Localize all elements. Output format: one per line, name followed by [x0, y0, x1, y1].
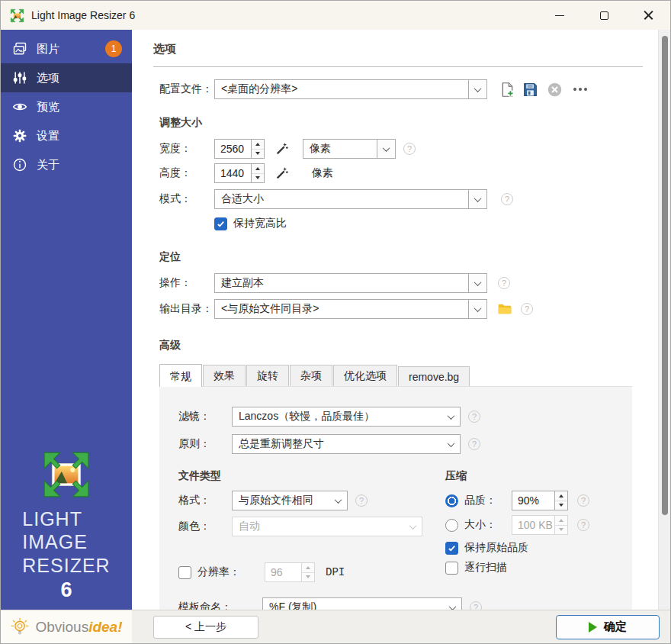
sidebar-item-about[interactable]: 关于 [1, 150, 132, 179]
profile-row: 配置文件： <桌面的分辨率> [159, 79, 643, 99]
width-help-icon[interactable]: ? [403, 143, 416, 155]
output-dir-help-icon[interactable]: ? [521, 303, 533, 315]
chevron-down-icon [403, 517, 422, 536]
width-wand-button[interactable] [273, 140, 291, 158]
profile-label: 配置文件： [159, 82, 214, 96]
sidebar-item-settings[interactable]: 设置 [1, 121, 132, 150]
ok-button[interactable]: 确定 [556, 615, 660, 639]
mode-combobox[interactable]: 合适大小 [214, 189, 487, 209]
format-row: 格式： 与原始文件相同 ? [178, 491, 445, 510]
minimize-button[interactable] [538, 1, 582, 30]
play-icon [589, 622, 597, 633]
keep-ratio-checkbox[interactable] [214, 217, 227, 230]
compression-header: 压缩 [445, 469, 632, 483]
height-wand-button[interactable] [273, 164, 291, 182]
mode-help-icon[interactable]: ? [501, 193, 513, 205]
template-help-icon[interactable]: ? [470, 601, 482, 610]
height-input[interactable] [215, 164, 251, 182]
action-combobox[interactable]: 建立副本 [214, 273, 487, 293]
save-profile-button[interactable] [521, 80, 539, 98]
template-combobox[interactable]: %F (复制) [262, 597, 462, 610]
filter-help-icon[interactable]: ? [468, 411, 480, 423]
page-title: 选项 [153, 42, 643, 56]
spin-down-icon[interactable] [252, 173, 264, 183]
info-icon [11, 156, 28, 173]
spin-up-icon[interactable] [252, 140, 264, 149]
unit-combobox[interactable]: 像素 [303, 139, 396, 159]
close-button[interactable] [626, 1, 670, 30]
size-help-icon[interactable]: ? [577, 519, 589, 531]
filter-label: 滤镜： [178, 410, 232, 423]
policy-row: 原则： 总是重新调整尺寸 ? [178, 434, 632, 454]
size-radio[interactable] [445, 519, 458, 532]
browse-folder-button[interactable] [496, 300, 514, 318]
format-combobox[interactable]: 与原始文件相同 [232, 491, 348, 510]
width-spinner[interactable] [214, 139, 265, 159]
template-row: 模板命名： %F (复制) ? [178, 597, 632, 610]
policy-help-icon[interactable]: ? [468, 438, 480, 450]
chevron-down-icon[interactable] [329, 491, 347, 510]
app-window: Light Image Resizer 6 图片 1 [0, 0, 671, 644]
maximize-button[interactable] [582, 1, 626, 30]
tab-misc[interactable]: 杂项 [290, 365, 332, 386]
chevron-down-icon[interactable] [468, 190, 486, 208]
sidebar-item-images[interactable]: 图片 1 [1, 34, 132, 63]
quality-radio[interactable] [445, 494, 458, 507]
chevron-down-icon[interactable] [443, 598, 461, 610]
obviousidea-logo[interactable]: Obviousidea! [1, 610, 132, 643]
quality-help-icon[interactable]: ? [577, 494, 589, 507]
keep-quality-row: 保持原始品质 [445, 541, 632, 555]
spin-up-icon[interactable] [252, 164, 264, 173]
vertical-scrollbar[interactable] [658, 30, 670, 610]
spin-down-icon[interactable] [555, 501, 567, 510]
height-row: 高度： 像素 [159, 163, 643, 183]
tab-effects[interactable]: 效果 [203, 365, 246, 386]
delete-profile-button-disabled [545, 80, 563, 98]
images-icon [11, 40, 28, 57]
filter-combobox[interactable]: Lanczos（较慢，品质最佳） [232, 407, 461, 427]
chevron-down-icon[interactable] [468, 80, 486, 98]
back-button[interactable]: < 上一步 [153, 616, 258, 639]
sidebar-item-label: 图片 [37, 42, 59, 56]
progressive-label: 逐行扫描 [464, 561, 507, 575]
logo-word: RESIZER [22, 554, 110, 578]
filter-row: 滤镜： Lanczos（较慢，品质最佳） ? [178, 407, 632, 427]
new-profile-button[interactable] [498, 80, 516, 98]
tab-rotate[interactable]: 旋转 [246, 365, 289, 386]
brand-text: Obviousidea! [35, 619, 122, 636]
resolution-checkbox[interactable] [178, 566, 191, 579]
logo-version: 6 [60, 578, 72, 602]
spin-up-icon[interactable] [555, 491, 567, 501]
policy-combobox[interactable]: 总是重新调整尺寸 [232, 434, 461, 454]
chevron-down-icon[interactable] [468, 274, 486, 292]
resolution-label: 分辨率： [197, 565, 265, 579]
tab-optimization[interactable]: 优化选项 [333, 365, 397, 386]
keep-quality-checkbox[interactable] [445, 542, 458, 555]
quality-input[interactable] [512, 491, 554, 510]
height-spinner[interactable] [214, 163, 265, 183]
tab-general[interactable]: 常规 [159, 364, 202, 387]
output-dir-combobox[interactable]: <与原始文件同目录> [214, 299, 487, 319]
app-logo: LIGHT IMAGE RESIZER 6 [1, 449, 132, 610]
chevron-down-icon[interactable] [377, 140, 395, 158]
chevron-down-icon[interactable] [441, 435, 460, 453]
profile-combobox[interactable]: <桌面的分辨率> [214, 79, 487, 99]
more-options-button[interactable] [573, 88, 587, 91]
scrollbar-thumb[interactable] [662, 36, 668, 515]
size-spinner-disabled [512, 515, 568, 535]
sidebar-item-label: 设置 [37, 129, 59, 143]
format-help-icon[interactable]: ? [355, 494, 368, 507]
sidebar-item-options[interactable]: 选项 [1, 63, 132, 92]
spin-down-icon[interactable] [252, 149, 264, 159]
color-row: 颜色： 自动 [178, 517, 445, 536]
quality-spinner[interactable] [512, 491, 568, 510]
chevron-down-icon[interactable] [441, 407, 460, 426]
sidebar-item-preview[interactable]: 预览 [1, 92, 132, 121]
action-help-icon[interactable]: ? [498, 277, 510, 289]
chevron-down-icon[interactable] [468, 300, 486, 318]
tab-removebg[interactable]: remove.bg [398, 366, 470, 386]
width-input[interactable] [215, 140, 251, 158]
progressive-checkbox[interactable] [445, 562, 458, 575]
width-row: 宽度： 像素 ? [159, 139, 643, 159]
keep-ratio-label: 保持宽高比 [233, 217, 287, 230]
